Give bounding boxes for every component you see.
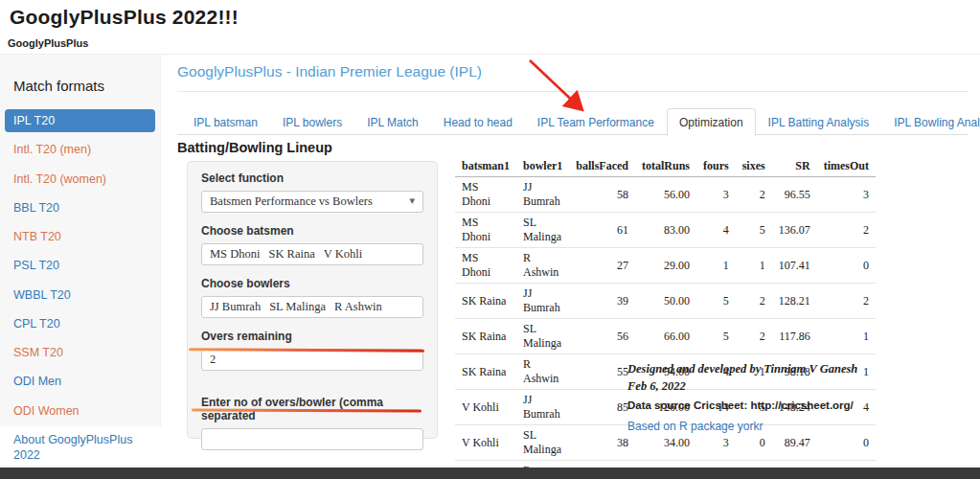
choose-bowlers-field: Choose bowlers JJ BumrahSL MalingaR Ashw… — [201, 277, 423, 318]
col-header-bowler1: bowler1 — [516, 156, 569, 177]
col-header-ballsfaced: ballsFaced — [569, 156, 635, 177]
tab-ipl-batsman[interactable]: IPL batsman — [181, 108, 270, 137]
tab-ipl-batting-analysis[interactable]: IPL Batting Analysis — [756, 108, 882, 137]
sidebar-item-wbbl-t20[interactable]: WBBL T20 — [5, 284, 155, 307]
lineup-form: Select function Batsmen Performance vs B… — [187, 161, 438, 439]
app-header: GooglyPlusPlus 2022!!! GooglyPlusPlus — [0, 0, 980, 55]
overs-per-bowler-input[interactable] — [201, 428, 423, 450]
footer-bar — [0, 468, 980, 479]
table-row: MS DhoniR Ashwin2729.0011107.410 — [455, 248, 876, 284]
overs-per-bowler-field: Enter no of overs/bowler (comma separate… — [201, 396, 423, 450]
credit-yorkr-link[interactable]: Based on R package yorkr — [627, 419, 953, 436]
tab-ipl-bowlers[interactable]: IPL bowlers — [270, 108, 354, 137]
col-header-sr: SR — [772, 156, 817, 177]
choose-batsmen-field: Choose batsmen MS DhoniSK RainaV Kohli — [201, 224, 423, 265]
tab-head-to-head[interactable]: Head to head — [431, 108, 525, 137]
app-brand: GooglyPlusPlus — [8, 37, 88, 49]
token-jj-bumrah[interactable]: JJ Bumrah — [210, 300, 261, 313]
token-ms-dhoni[interactable]: MS Dhoni — [210, 247, 260, 261]
choose-bowlers-label: Choose bowlers — [201, 277, 423, 290]
app-window: GooglyPlusPlus 2022!!! GooglyPlusPlus Ma… — [0, 0, 980, 479]
tab-optimization[interactable]: Optimization — [667, 108, 756, 137]
token-sl-malinga[interactable]: SL Malinga — [269, 300, 326, 313]
sidebar-item-bbl-t20[interactable]: BBL T20 — [5, 196, 155, 219]
sidebar-item-ssm-t20[interactable]: SSM T20 — [5, 341, 155, 364]
table-row: MS DhoniSL Malinga6183.0045136.072 — [455, 213, 876, 248]
sidebar-nav: IPL T20Intl. T20 (men)Intl. T20 (women)B… — [0, 109, 160, 467]
sidebar-item-intl-t20-men[interactable]: Intl. T20 (men) — [5, 138, 155, 161]
col-header-batsman1: batsman1 — [455, 156, 516, 177]
page-title: GooglyPlusPlus - Indian Premier League (… — [177, 63, 482, 80]
token-r-ashwin[interactable]: R Ashwin — [334, 300, 382, 313]
overs-remaining-label: Overs remaining — [201, 330, 423, 343]
credit-date: Feb 6, 2022 — [627, 378, 953, 396]
col-header-fours: fours — [696, 156, 736, 177]
tab-ipl-bowling-analysis[interactable]: IPL Bowling Analysis — [881, 108, 980, 137]
sidebar-item-intl-t20-women[interactable]: Intl. T20 (women) — [5, 168, 155, 191]
credits-block: Designed and developed by Tinniam V Gane… — [627, 361, 953, 435]
choose-batsmen-label: Choose batsmen — [201, 224, 423, 238]
token-sk-raina[interactable]: SK Raina — [268, 247, 314, 261]
token-v-kohli[interactable]: V Kohli — [324, 247, 362, 261]
app-title: GooglyPlusPlus 2022!!! — [10, 6, 239, 29]
select-function-field: Select function Batsmen Performance vs B… — [201, 171, 423, 213]
sidebar-item-odi-women[interactable]: ODI Women — [5, 399, 155, 422]
table-row: SK RainaJJ Bumrah3950.0052128.212 — [455, 284, 876, 319]
sidebar-item-odi-men[interactable]: ODI Men — [5, 370, 155, 393]
table-row: SK RainaSL Malinga5666.0052117.861 — [455, 319, 876, 354]
col-header-totalruns: totalRuns — [635, 156, 696, 177]
sidebar-item-about-googlyplusplus-2022[interactable]: About GooglyPlusPlus 2022 — [5, 428, 155, 468]
credit-author: Designed and developed by Tinniam V Gane… — [627, 361, 953, 378]
sidebar-item-ipl-t20[interactable]: IPL T20 — [5, 109, 155, 132]
sidebar-item-psl-t20[interactable]: PSL T20 — [5, 254, 155, 277]
credit-data-source: Data source Cricsheet: http://cricsheet.… — [627, 398, 953, 415]
tab-ipl-team-performance[interactable]: IPL Team Performance — [525, 108, 667, 137]
section-title: Batting/Bowling Lineup — [177, 140, 332, 155]
overs-remaining-value: 2 — [210, 353, 216, 366]
sidebar: Match formats IPL T20Intl. T20 (men)Intl… — [0, 55, 161, 426]
chevron-down-icon: ▾ — [409, 194, 415, 207]
batsmen-tokens-input[interactable]: MS DhoniSK RainaV Kohli — [201, 243, 423, 265]
function-select-value: Batsmen Performance vs Bowlers — [210, 194, 373, 208]
col-header-sixes: sixes — [736, 156, 772, 177]
select-function-label: Select function — [201, 171, 423, 185]
sidebar-item-cpl-t20[interactable]: CPL T20 — [5, 312, 155, 335]
bowlers-tokens-input[interactable]: JJ BumrahSL MalingaR Ashwin — [201, 296, 423, 318]
sidebar-item-ntb-t20[interactable]: NTB T20 — [5, 225, 155, 248]
table-row: MS DhoniJJ Bumrah5856.003296.553 — [455, 177, 876, 213]
function-select[interactable]: Batsmen Performance vs Bowlers ▾ — [201, 191, 423, 213]
col-header-timesout: timesOut — [817, 156, 876, 177]
tab-bar: IPL batsmanIPL bowlersIPL MatchHead to h… — [177, 107, 969, 135]
main-divider — [177, 91, 969, 92]
tab-ipl-match[interactable]: IPL Match — [354, 108, 431, 137]
sidebar-heading: Match formats — [0, 55, 160, 109]
